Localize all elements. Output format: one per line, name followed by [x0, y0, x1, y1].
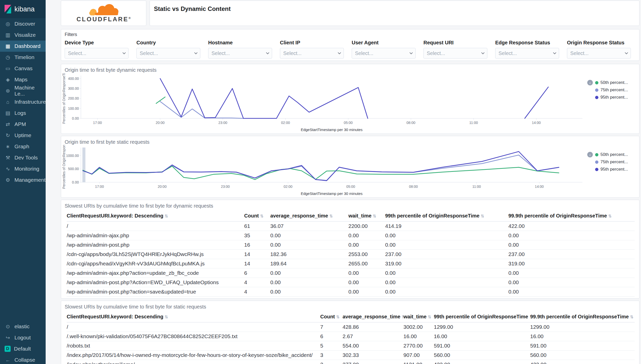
legend-item[interactable]: 95th percent... — [595, 95, 638, 100]
column-header-label: 99.9th percentile of OriginResponseTime — [508, 213, 607, 219]
chart-canvas[interactable]: 0.00500.001000.0017:0020:0023:0002:0005:… — [61, 145, 586, 197]
sidebar-item-timelion[interactable]: ◷Timelion — [0, 52, 46, 63]
sidebar-item-monitoring[interactable]: ∿Monitoring — [0, 163, 46, 174]
column-header[interactable]: wait_time⇅ — [403, 311, 434, 322]
column-header-label: wait_time — [348, 213, 371, 219]
value-cell: 0.00 — [348, 278, 385, 287]
legend-label: 50th percent... — [600, 80, 628, 85]
column-header[interactable]: Count⇅ — [244, 210, 270, 222]
sort-icon: ⇅ — [260, 214, 263, 218]
sidebar-item-elastic[interactable]: ⊙elastic — [0, 321, 46, 332]
filter-select-user-agent[interactable]: Select... — [352, 48, 416, 59]
value-cell: 302.33 — [343, 351, 403, 360]
filter-user-agent: User AgentSelect... — [352, 40, 416, 59]
collapse-icon: ← — [5, 357, 11, 363]
timelion-icon: ◷ — [5, 54, 11, 60]
filter-label: Hostname — [208, 40, 272, 46]
column-header[interactable]: ClientRequestURI.keyword: Descending⇅ — [67, 210, 244, 222]
chart-canvas[interactable]: 0.00100.00200.00300.00400.0017:0020:0023… — [61, 73, 586, 134]
filter-select-edge-response-status[interactable]: Select... — [495, 48, 559, 59]
value-cell: 3002.00 — [403, 322, 434, 332]
table-header-row: ClientRequestURI.keyword: Descending⇅Cou… — [67, 210, 635, 222]
uri-cell: /robots.txt — [67, 341, 320, 351]
sidebar-item-infrastructure[interactable]: ⌂Infrastructure — [0, 96, 46, 107]
value-cell: 237.00 — [385, 250, 508, 259]
sidebar-item-logs[interactable]: ▤Logs — [0, 107, 46, 119]
filter-select-country[interactable]: Select... — [136, 48, 200, 59]
sidebar-item-management[interactable]: ⚙Management — [0, 174, 46, 186]
chart-panel-static-requests: Origin time to first byte static request… — [61, 136, 639, 198]
legend-item[interactable]: 95th percent... — [595, 167, 638, 172]
value-cell: 3 — [320, 351, 343, 360]
column-header[interactable]: Count⇅ — [320, 311, 343, 322]
column-header[interactable]: average_response_time⇅ — [343, 311, 403, 322]
column-header[interactable]: ClientRequestURI.keyword: Descending⇅ — [67, 311, 320, 322]
column-header[interactable]: average_response_time⇅ — [270, 210, 348, 222]
kibana-logo-icon — [4, 5, 12, 13]
svg-text:1000.00: 1000.00 — [66, 154, 79, 158]
dashboard-header-row: CLOUDFLARE® Static vs Dynamic Content — [61, 1, 639, 26]
column-header[interactable]: 99.9th percentile of OriginResponseTime⇅ — [530, 311, 635, 322]
sidebar-item-label: Dashboard — [14, 43, 41, 49]
dashboard-icon: ▦ — [5, 43, 11, 49]
filter-select-device-type[interactable]: Select... — [65, 48, 129, 59]
filter-select-origin-response-status[interactable]: Select... — [567, 48, 631, 59]
legend-label: 95th percent... — [600, 95, 628, 100]
value-cell: 0.00 — [348, 231, 385, 240]
legend-toggle-icon[interactable]: ‹ — [587, 80, 593, 85]
sidebar-item-label: elastic — [14, 323, 30, 330]
table-row: /wp-admin/admin-post.php?Action=EWD_UFAQ… — [67, 278, 635, 287]
sidebar-item-discover[interactable]: ◎Discover — [0, 18, 46, 29]
chevron-down-icon — [266, 51, 269, 54]
sidebar-item-canvas[interactable]: ▭Canvas — [0, 63, 46, 74]
sidebar-item-label: Visualize — [14, 32, 36, 38]
sidebar-item-machine-learning[interactable]: ⊛Machine Le... — [0, 85, 46, 96]
svg-text:17:00: 17:00 — [95, 185, 104, 189]
sidebar-item-uptime[interactable]: ↻Uptime — [0, 130, 46, 141]
legend-item[interactable]: 50th percent... — [595, 152, 638, 157]
sidebar-item-apm[interactable]: ⇄APM — [0, 119, 46, 130]
sidebar-item-dev-tools[interactable]: ⚒Dev Tools — [0, 152, 46, 163]
column-header[interactable]: 99th percentile of OriginResponseTime⇅ — [434, 311, 530, 322]
filter-label: Request URI — [423, 40, 487, 46]
column-header[interactable]: 99.9th percentile of OriginResponseTime⇅ — [508, 210, 635, 222]
column-header-label: Count — [320, 314, 335, 319]
legend-item[interactable]: 75th percent... — [595, 87, 638, 93]
svg-text:500.00: 500.00 — [68, 167, 79, 171]
value-cell: 0.00 — [385, 297, 508, 299]
sidebar-item-default-space[interactable]: DDefault — [0, 343, 46, 354]
column-header[interactable]: 99th percentile of OriginResponseTime⇅ — [385, 210, 508, 222]
legend-item[interactable]: 75th percent... — [595, 159, 638, 165]
sidebar-item-dashboard[interactable]: ▦Dashboard — [0, 41, 46, 52]
sort-icon: ⇅ — [165, 214, 168, 218]
chart-plot-area[interactable]: 0.00100.00200.00300.00400.0017:0020:0023… — [61, 73, 586, 134]
select-placeholder: Select... — [570, 50, 589, 56]
chevron-down-icon — [625, 51, 628, 54]
uri-cell: / — [67, 222, 244, 231]
logout-icon: ↪ — [5, 335, 11, 341]
filter-label: Edge Response Status — [495, 40, 559, 46]
filter-client-ip: Client IPSelect... — [280, 40, 344, 59]
legend-toggle-icon[interactable]: ‹ — [587, 152, 593, 157]
sidebar-item-logout[interactable]: ↪Logout — [0, 332, 46, 343]
filter-select-client-ip[interactable]: Select... — [280, 48, 344, 59]
filter-select-request-uri[interactable]: Select... — [423, 48, 487, 59]
table-title: Slowest URIs by cumulative time to first… — [61, 200, 639, 209]
chart-plot-area[interactable]: 0.00500.001000.0017:0020:0023:0002:0005:… — [61, 145, 586, 197]
sidebar-item-maps[interactable]: ◈Maps — [0, 74, 46, 85]
svg-text:EdgeStartTimestamp per 30 minu: EdgeStartTimestamp per 30 minutes — [301, 191, 363, 196]
column-header[interactable]: wait_time⇅ — [348, 210, 385, 222]
filter-select-hostname[interactable]: Select... — [208, 48, 272, 59]
sidebar-item-visualize[interactable]: ▥Visualize — [0, 29, 46, 41]
cloudflare-logo-panel: CLOUDFLARE® — [61, 1, 146, 26]
infrastructure-icon: ⌂ — [5, 99, 11, 105]
sidebar-item-label: Logs — [14, 110, 26, 116]
legend-label: 75th percent... — [600, 159, 628, 165]
sidebar-item-collapse[interactable]: ←Collapse — [0, 354, 46, 364]
sidebar-item-graph[interactable]: ∗Graph — [0, 141, 46, 152]
value-cell: 36.07 — [270, 222, 348, 231]
kibana-logo-bar[interactable]: kibana — [0, 0, 46, 18]
value-cell: 0.00 — [348, 268, 385, 278]
legend-item[interactable]: 50th percent... — [595, 80, 638, 85]
svg-text:400.00: 400.00 — [68, 77, 79, 81]
